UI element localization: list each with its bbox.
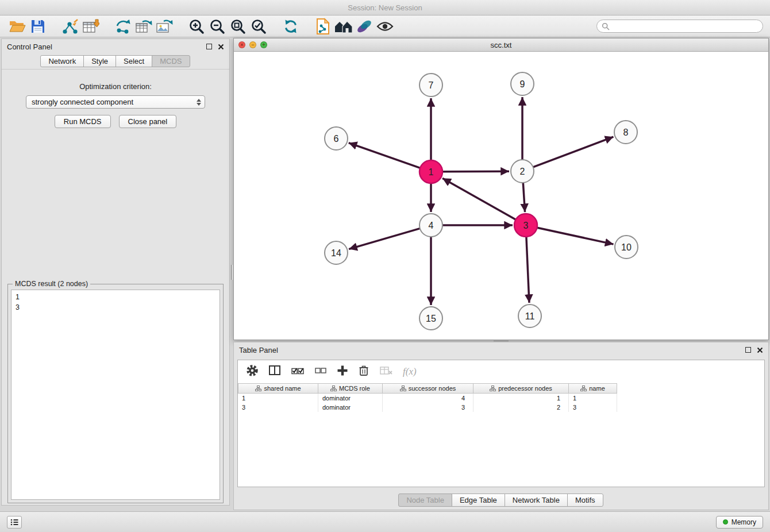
zoom-window-button[interactable]: + xyxy=(260,41,267,48)
home-layout-button[interactable] xyxy=(333,17,354,36)
export-network-button[interactable] xyxy=(113,17,133,36)
graph-node-14[interactable]: 14 xyxy=(325,241,348,264)
graph-node-1[interactable]: 1 xyxy=(419,160,442,183)
graph-node-10[interactable]: 10 xyxy=(615,236,638,259)
delete-column-button[interactable] xyxy=(358,364,369,379)
zoom-out-icon xyxy=(209,18,225,34)
trash-icon xyxy=(358,364,369,377)
zoom-out-button[interactable] xyxy=(207,17,228,36)
zoom-fit-button[interactable] xyxy=(228,17,248,36)
tab-network-table[interactable]: Network Table xyxy=(505,494,568,507)
svg-text:1: 1 xyxy=(429,167,434,177)
export-table-button[interactable] xyxy=(133,17,154,36)
svg-text:15: 15 xyxy=(426,314,436,323)
column-header-predecessor-nodes[interactable]: predecessor nodes xyxy=(473,383,569,394)
import-table-button[interactable] xyxy=(80,17,101,36)
tabs-divider xyxy=(2,69,229,70)
open-file-button[interactable] xyxy=(7,17,28,36)
graph-edge-1-6[interactable] xyxy=(349,143,420,168)
unselect-all-columns-button[interactable] xyxy=(314,365,327,378)
column-header-successor-nodes[interactable]: successor nodes xyxy=(383,383,473,394)
close-window-button[interactable]: × xyxy=(238,41,245,48)
column-header-mcds-role[interactable]: MCDS role xyxy=(318,383,383,394)
dropdown-stepper-icon xyxy=(197,99,201,106)
table-panel: Table Panel xyxy=(233,342,769,510)
export-network-icon xyxy=(114,18,132,34)
run-mcds-button[interactable]: Run MCDS xyxy=(55,115,111,128)
clone-network-button[interactable] xyxy=(313,17,333,36)
import-table-icon xyxy=(82,18,99,34)
list-icon xyxy=(10,519,18,526)
close-panel-button[interactable]: Close panel xyxy=(119,115,177,128)
status-bar: Memory xyxy=(0,511,770,532)
graph-node-8[interactable]: 8 xyxy=(614,121,637,144)
float-panel-icon[interactable] xyxy=(745,347,751,353)
table-row[interactable]: 3 dominator 3 2 3 xyxy=(238,403,764,412)
delete-table-button[interactable] xyxy=(379,365,393,378)
graph-edge-2-8[interactable] xyxy=(533,137,614,167)
tab-style[interactable]: Style xyxy=(83,55,116,67)
open-folder-icon xyxy=(9,19,26,34)
search-input[interactable] xyxy=(613,22,758,30)
tab-node-table[interactable]: Node Table xyxy=(398,494,452,507)
svg-text:9: 9 xyxy=(520,79,525,89)
float-panel-icon[interactable] xyxy=(206,44,212,49)
zoom-in-button[interactable] xyxy=(186,17,207,36)
plus-icon xyxy=(337,365,348,376)
tab-network[interactable]: Network xyxy=(40,55,84,67)
show-hide-button[interactable] xyxy=(375,17,395,36)
column-header-name[interactable]: name xyxy=(569,383,617,394)
network-graph[interactable]: 7968124314101511 xyxy=(234,52,768,340)
graph-edge-2-3[interactable] xyxy=(523,183,525,212)
memory-label: Memory xyxy=(732,518,756,526)
select-all-columns-button[interactable] xyxy=(291,365,305,379)
show-columns-button[interactable] xyxy=(268,365,281,379)
zoom-selected-button[interactable] xyxy=(248,17,269,36)
search-field[interactable] xyxy=(596,20,763,33)
create-column-button[interactable] xyxy=(337,365,348,379)
table-panel-title: Table Panel xyxy=(239,346,278,354)
graph-node-4[interactable]: 4 xyxy=(419,214,442,237)
graph-node-6[interactable]: 6 xyxy=(325,127,348,150)
refresh-button[interactable] xyxy=(280,17,301,36)
function-builder-button[interactable]: f(x) xyxy=(403,366,417,377)
svg-text:3: 3 xyxy=(523,221,529,230)
graph-node-3[interactable]: 3 xyxy=(514,214,537,237)
criterion-dropdown[interactable]: strongly connected component xyxy=(26,95,205,109)
tab-motifs[interactable]: Motifs xyxy=(567,494,603,507)
graph-node-7[interactable]: 7 xyxy=(419,74,442,97)
apply-style-button[interactable] xyxy=(354,17,375,36)
graph-edge-3-1[interactable] xyxy=(442,178,516,219)
tab-edge-table[interactable]: Edge Table xyxy=(452,494,505,507)
export-image-icon xyxy=(156,18,173,34)
main-toolbar xyxy=(0,16,770,37)
close-panel-icon[interactable] xyxy=(757,347,763,353)
criterion-dropdown-value: strongly connected component xyxy=(32,98,133,106)
column-type-icon xyxy=(255,385,261,391)
mcds-result-list[interactable]: 1 3 xyxy=(11,290,220,500)
memory-button[interactable]: Memory xyxy=(716,516,763,529)
graph-node-9[interactable]: 9 xyxy=(511,72,534,95)
graph-edge-3-10[interactable] xyxy=(537,228,614,244)
graph-node-15[interactable]: 15 xyxy=(419,307,442,330)
graph-node-2[interactable]: 2 xyxy=(511,160,534,183)
save-session-button[interactable] xyxy=(28,17,48,36)
graph-edge-1-2[interactable] xyxy=(442,171,509,172)
tab-mcds[interactable]: MCDS xyxy=(152,55,190,67)
eye-icon xyxy=(376,21,394,32)
graph-node-11[interactable]: 11 xyxy=(518,304,541,327)
import-network-button[interactable] xyxy=(60,17,80,36)
tab-select[interactable]: Select xyxy=(116,55,152,67)
result-item[interactable]: 1 xyxy=(11,292,220,302)
result-item[interactable]: 3 xyxy=(11,302,220,313)
graph-edge-4-14[interactable] xyxy=(349,229,420,249)
export-table-icon xyxy=(135,18,152,34)
minimize-window-button[interactable]: − xyxy=(249,41,256,48)
graph-edge-3-11[interactable] xyxy=(526,237,529,303)
task-history-button[interactable] xyxy=(7,516,22,529)
table-row[interactable]: 1 dominator 4 1 1 xyxy=(238,394,764,403)
table-settings-button[interactable] xyxy=(246,364,259,379)
column-header-shared-name[interactable]: shared name xyxy=(238,383,318,394)
close-panel-icon[interactable] xyxy=(218,44,224,50)
export-image-button[interactable] xyxy=(154,17,175,36)
